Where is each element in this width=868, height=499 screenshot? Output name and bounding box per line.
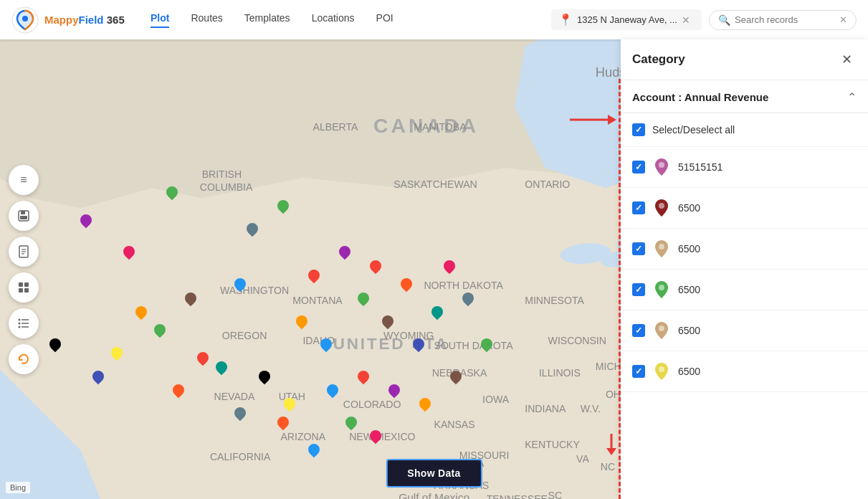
bing-watermark: Bing bbox=[6, 482, 30, 493]
list-tool-button[interactable] bbox=[9, 308, 39, 338]
svg-text:WYOMING: WYOMING bbox=[383, 330, 434, 341]
svg-text:TENNESSEE: TENNESSEE bbox=[487, 493, 548, 499]
category-item[interactable]: ✓ 6500 bbox=[621, 188, 868, 229]
refresh-tool-button[interactable] bbox=[9, 344, 39, 374]
svg-text:Gulf of Mexico: Gulf of Mexico bbox=[399, 491, 469, 499]
category-item[interactable]: ✓ 6500 bbox=[621, 270, 868, 310]
category-item[interactable]: ✓ 51515151 bbox=[621, 147, 868, 188]
search-input[interactable] bbox=[735, 14, 835, 25]
svg-point-86 bbox=[659, 244, 664, 250]
svg-rect-64 bbox=[21, 211, 25, 214]
location-clear-icon[interactable]: ✕ bbox=[682, 14, 690, 26]
svg-rect-70 bbox=[19, 282, 23, 287]
category-checkbox-1[interactable]: ✓ bbox=[632, 201, 645, 214]
svg-text:UTAH: UTAH bbox=[279, 391, 305, 402]
checkbox-check-icon: ✓ bbox=[635, 366, 642, 376]
sidebar-tools: ≡ bbox=[9, 165, 39, 374]
section-collapse-button[interactable]: ⌃ bbox=[847, 90, 857, 104]
category-pin-icon bbox=[654, 361, 669, 381]
category-checkbox-2[interactable]: ✓ bbox=[632, 242, 645, 255]
svg-text:W.V.: W.V. bbox=[581, 403, 601, 414]
category-value-1: 6500 bbox=[678, 202, 700, 214]
svg-text:IDAHO: IDAHO bbox=[302, 335, 335, 346]
category-item[interactable]: ✓ 6500 bbox=[621, 229, 868, 270]
category-pin-icon bbox=[654, 280, 669, 300]
search-clear-icon[interactable]: ✕ bbox=[839, 14, 847, 25]
select-all-checkbox[interactable]: ✓ bbox=[632, 123, 645, 136]
category-item[interactable]: ✓ 6500 bbox=[621, 351, 868, 392]
panel-header: Category ✕ bbox=[621, 39, 868, 80]
app-logo-icon bbox=[11, 6, 39, 34]
category-checkbox-0[interactable]: ✓ bbox=[632, 161, 645, 174]
section-header: Account : Annual Revenue ⌃ bbox=[621, 80, 868, 113]
category-checkbox-3[interactable]: ✓ bbox=[632, 283, 645, 296]
svg-text:VA: VA bbox=[576, 453, 589, 465]
svg-point-74 bbox=[19, 318, 21, 320]
svg-text:MANITOBA: MANITOBA bbox=[414, 121, 467, 133]
svg-point-1 bbox=[22, 16, 28, 22]
menu-tool-button[interactable]: ≡ bbox=[9, 165, 39, 195]
category-value-2: 6500 bbox=[678, 243, 700, 255]
section-title: Account : Annual Revenue bbox=[632, 91, 768, 103]
svg-text:WISCONSIN: WISCONSIN bbox=[548, 335, 606, 346]
checkbox-check-icon: ✓ bbox=[635, 244, 642, 254]
grid-tool-button[interactable] bbox=[9, 272, 39, 303]
category-list[interactable]: ✓ Select/Deselect all ✓ 51515151 ✓ 6500 bbox=[621, 113, 868, 494]
svg-point-84 bbox=[659, 162, 664, 168]
svg-text:NEBRASKA: NEBRASKA bbox=[432, 367, 487, 379]
nav-poi[interactable]: POI bbox=[376, 12, 394, 28]
svg-text:CALIFORNIA: CALIFORNIA bbox=[210, 451, 271, 462]
svg-text:SC: SC bbox=[548, 490, 563, 499]
checkbox-check-icon: ✓ bbox=[635, 162, 642, 172]
select-all-label: Select/Deselect all bbox=[652, 124, 735, 136]
category-checkbox-4[interactable]: ✓ bbox=[632, 324, 645, 337]
svg-text:MINNESOTA: MINNESOTA bbox=[525, 295, 584, 306]
svg-text:ONTARIO: ONTARIO bbox=[525, 179, 570, 190]
list-icon bbox=[18, 318, 29, 328]
panel-close-button[interactable]: ✕ bbox=[836, 49, 857, 70]
select-all-row[interactable]: ✓ Select/Deselect all bbox=[621, 113, 868, 147]
app-name: MappyField 365 bbox=[44, 14, 125, 27]
svg-point-85 bbox=[659, 203, 664, 209]
category-pin-icon bbox=[654, 320, 669, 341]
category-value-3: 6500 bbox=[678, 284, 700, 295]
app-header: MappyField 365 Plot Routes Templates Loc… bbox=[0, 0, 868, 39]
location-pin-icon: 📍 bbox=[558, 13, 573, 27]
svg-rect-72 bbox=[19, 288, 23, 293]
document-tool-button[interactable] bbox=[9, 237, 39, 267]
svg-point-76 bbox=[19, 322, 21, 324]
location-bar[interactable]: 📍 1325 N Janeway Ave, ... ✕ bbox=[551, 9, 702, 30]
svg-point-89 bbox=[659, 366, 664, 372]
nav-plot[interactable]: Plot bbox=[151, 12, 169, 28]
svg-text:IOWA: IOWA bbox=[482, 394, 510, 405]
nav-locations[interactable]: Locations bbox=[312, 12, 355, 28]
category-value-4: 6500 bbox=[678, 325, 700, 336]
checkbox-check-icon: ✓ bbox=[635, 285, 642, 295]
grid-icon bbox=[18, 282, 29, 293]
svg-point-87 bbox=[659, 285, 664, 290]
main-nav: Plot Routes Templates Locations POI bbox=[151, 12, 534, 28]
svg-text:NORTH DAKOTA: NORTH DAKOTA bbox=[424, 280, 503, 291]
nav-routes[interactable]: Routes bbox=[191, 12, 222, 28]
svg-text:ARIZONA: ARIZONA bbox=[280, 431, 325, 442]
checkbox-check-icon: ✓ bbox=[635, 325, 642, 336]
svg-text:NEW MEXICO: NEW MEXICO bbox=[349, 431, 415, 442]
svg-rect-71 bbox=[24, 282, 29, 287]
category-checkbox-5[interactable]: ✓ bbox=[632, 365, 645, 378]
category-pin-icon bbox=[654, 157, 669, 177]
svg-text:KANSAS: KANSAS bbox=[434, 419, 474, 430]
category-item[interactable]: ✓ 6500 bbox=[621, 310, 868, 351]
svg-text:ALBERTA: ALBERTA bbox=[313, 121, 358, 133]
svg-point-88 bbox=[659, 325, 664, 331]
save-tool-button[interactable] bbox=[9, 201, 39, 231]
search-bar[interactable]: 🔍 ✕ bbox=[709, 10, 857, 30]
checkbox-check-icon: ✓ bbox=[635, 125, 642, 135]
annotation-arrow bbox=[566, 109, 616, 130]
nav-templates[interactable]: Templates bbox=[244, 12, 290, 28]
show-data-button[interactable]: Show Data bbox=[386, 459, 482, 488]
svg-text:NC: NC bbox=[601, 461, 615, 472]
svg-marker-83 bbox=[606, 448, 616, 455]
document-icon bbox=[18, 245, 29, 258]
svg-point-78 bbox=[19, 325, 21, 328]
header-right: 📍 1325 N Janeway Ave, ... ✕ 🔍 ✕ bbox=[551, 9, 857, 30]
